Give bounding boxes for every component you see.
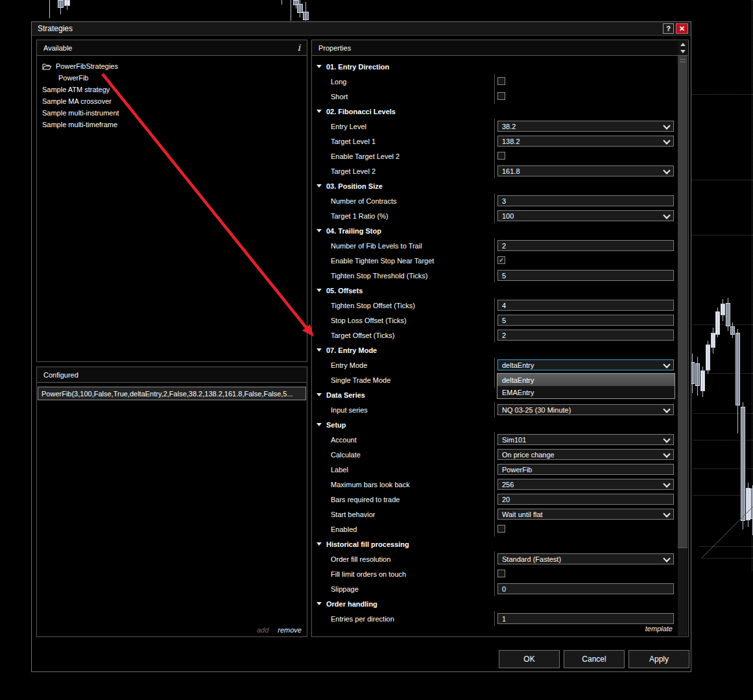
properties-header-label: Properties [318, 44, 351, 52]
property-enable-tighten-stop-near-target: Enable Tighten Stop Near Target✓ [312, 253, 688, 268]
add-link[interactable]: add [257, 626, 269, 634]
checkbox-long[interactable] [497, 77, 505, 85]
dropdown-target-level-2[interactable]: 161.8 [497, 165, 674, 176]
dropdown-input-series[interactable]: NQ 03-25 (30 Minute) [497, 404, 674, 415]
value-text: 161.8 [502, 167, 520, 175]
dropdown-account[interactable]: Sim101 [497, 434, 674, 445]
collapse-triangle-icon[interactable] [317, 289, 322, 292]
dropdown-entry-mode[interactable]: deltaEntry [497, 359, 674, 370]
candle-wick [737, 329, 738, 433]
available-item-sample-ma-crossover[interactable]: Sample MA crossover [37, 95, 307, 107]
input-slippage[interactable]: 0 [497, 583, 674, 594]
candle-wick [281, 0, 282, 5]
available-header: Available i [37, 40, 307, 56]
property-value: 5 [497, 315, 674, 326]
collapse-triangle-icon[interactable] [317, 110, 322, 113]
property-label: 05. Offsets [326, 287, 363, 295]
checkbox-fill-limit-orders-on-touch[interactable] [497, 570, 505, 577]
available-item-sample-multi-instrument[interactable]: Sample multi-instrument [37, 107, 307, 119]
collapse-triangle-icon[interactable] [317, 393, 322, 396]
section-historical-fill-processing[interactable]: Historical fill processing [312, 537, 688, 551]
dropdown-target-level-1[interactable]: 138.2 [497, 136, 674, 147]
input-number-of-fib-levels-to-trail[interactable]: 2 [497, 240, 674, 251]
available-item-label: PowerFib [58, 74, 88, 82]
candle-wick [300, 0, 300, 18]
input-tighten-stop-offset-ticks[interactable]: 4 [497, 300, 674, 311]
input-target-offset-ticks[interactable]: 2 [497, 330, 674, 341]
checkbox-enable-tighten-stop-near-target[interactable]: ✓ [497, 256, 505, 264]
scrollbar-thumb[interactable] [678, 56, 687, 548]
available-item-sample-atm-strategy[interactable]: Sample ATM strategy [37, 84, 307, 95]
template-link[interactable]: template [645, 625, 673, 633]
configured-panel: Configured PowerFib(3,100,False,True,del… [36, 367, 307, 637]
dropdown-maximum-bars-look-back[interactable]: 256 [497, 479, 674, 490]
available-item-powerfib[interactable]: PowerFib [37, 72, 307, 84]
available-header-label: Available [43, 44, 72, 52]
property-label: Number of Contracts [331, 197, 396, 205]
scroll-down-button[interactable] [678, 48, 687, 55]
ok-button[interactable]: OK [499, 650, 560, 668]
collapse-triangle-icon[interactable] [317, 542, 322, 546]
cancel-button[interactable]: Cancel [564, 650, 625, 668]
property-label: Target Level 1 [331, 138, 376, 145]
collapse-triangle-icon[interactable] [317, 229, 322, 232]
dropdown-option-emaentry[interactable]: EMAEntry [497, 386, 675, 398]
property-label: Target Level 2 [331, 167, 376, 175]
section-07-entry-mode[interactable]: 07. Entry Mode [312, 343, 688, 357]
remove-link[interactable]: remove [278, 626, 302, 634]
input-stop-loss-offset-ticks[interactable]: 5 [497, 315, 674, 326]
property-label: 03. Position Size [326, 182, 383, 190]
input-label[interactable]: PowerFib [497, 464, 674, 475]
configured-header: Configured [37, 367, 307, 383]
available-item-powerfibstrategies[interactable]: PowerFibStrategies [37, 60, 307, 72]
property-label: Maximum bars look back [331, 481, 410, 489]
input-number-of-contracts[interactable]: 3 [497, 195, 674, 206]
dropdown-entry-level[interactable]: 38.2 [497, 121, 674, 132]
value-text: 2 [502, 242, 506, 250]
checkbox-enable-target-level-2[interactable] [497, 152, 505, 160]
scrollbar-track[interactable] [678, 56, 687, 636]
scroll-up-button[interactable] [678, 41, 687, 48]
collapse-triangle-icon[interactable] [317, 184, 322, 187]
input-entries-per-direction[interactable]: 1 [497, 613, 674, 624]
collapse-triangle-icon[interactable] [317, 602, 322, 605]
info-icon[interactable]: i [298, 43, 300, 53]
collapse-triangle-icon[interactable] [317, 65, 322, 68]
available-item-sample-multi-timeframe[interactable]: Sample multi-timeframe [37, 119, 307, 130]
dropdown-calculate[interactable]: On price change [497, 449, 674, 460]
property-value [497, 91, 674, 102]
dropdown-option-deltaentry[interactable]: deltaEntry [497, 374, 675, 386]
section-02-fibonacci-levels[interactable]: 02. Fibonacci Levels [312, 104, 688, 119]
section-order-handling[interactable]: Order handling [312, 596, 688, 611]
close-button[interactable]: ✕ [676, 23, 688, 34]
configured-header-label: Configured [43, 371, 78, 379]
candle-wick [67, 0, 67, 10]
dropdown-start-behavior[interactable]: Wait until flat [497, 509, 674, 520]
help-button[interactable]: ? [663, 23, 674, 34]
section-setup[interactable]: Setup [312, 417, 688, 432]
title-bar[interactable]: Strategies ? ✕ [32, 22, 691, 36]
input-bars-required-to-trade[interactable]: 20 [497, 494, 674, 505]
checkbox-short[interactable] [497, 92, 505, 100]
configured-strategy-row[interactable]: PowerFib(3,100,False,True,deltaEntry,2,F… [38, 387, 306, 400]
dropdown-order-fill-resolution[interactable]: Standard (Fastest) [497, 553, 674, 564]
property-value: 38.2 [497, 121, 674, 132]
section-04-trailing-stop[interactable]: 04. Trailing Stop [312, 223, 688, 238]
property-label: Enabled [331, 525, 357, 533]
section-03-position-size[interactable]: 03. Position Size [312, 178, 688, 193]
property-value: 3 [497, 195, 674, 206]
collapse-triangle-icon[interactable] [317, 348, 322, 352]
section-05-offsets[interactable]: 05. Offsets [312, 283, 688, 298]
property-input-series: Input seriesNQ 03-25 (30 Minute) [312, 402, 688, 417]
property-calculate: CalculateOn price change [312, 447, 688, 462]
candle-wick [291, 0, 291, 21]
property-value: 138.2 [497, 136, 674, 147]
input-tighten-stop-threshold-ticks[interactable]: 5 [497, 270, 674, 281]
value-text: 2 [502, 332, 506, 339]
property-value: On price change [497, 449, 674, 460]
apply-button[interactable]: Apply [628, 650, 689, 668]
dropdown-target-1-ratio[interactable]: 100 [497, 210, 674, 221]
section-01-entry-direction[interactable]: 01. Entry Direction [312, 59, 688, 74]
collapse-triangle-icon[interactable] [317, 423, 322, 426]
checkbox-enabled[interactable] [497, 525, 505, 533]
